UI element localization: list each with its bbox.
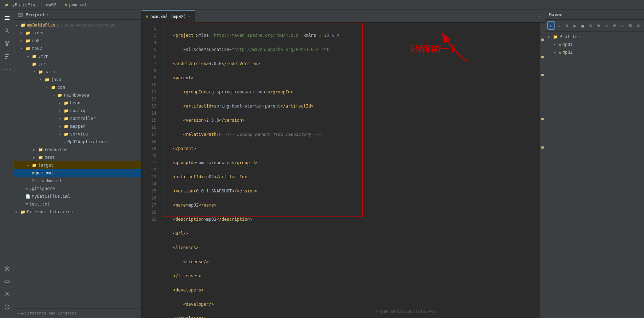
- label-controller: controller: [70, 116, 96, 121]
- tab-pom-xml[interactable]: m pom.xml (mp02) ×: [142, 10, 195, 23]
- maven-profiles-label: Profiles: [559, 34, 580, 39]
- maven-stop-button[interactable]: ■: [579, 21, 586, 30]
- git-icon[interactable]: [2, 276, 12, 287]
- code-line-9: <relativePath/> <!-- Lookup parent from …: [163, 131, 540, 138]
- tree-item-test[interactable]: ▶ 📁 test: [14, 154, 141, 161]
- tree-item-mp02[interactable]: ▾ 📁 mp02: [14, 45, 141, 52]
- maven-mp01-arrow: ▶: [554, 43, 559, 46]
- label-ext-libs: External Libraries: [27, 209, 73, 214]
- arrow-ext-libs: ▶: [16, 210, 21, 214]
- maven-run-button[interactable]: ▶: [571, 21, 578, 30]
- tree-item-config[interactable]: ▶ 📁 config: [14, 107, 141, 115]
- more-tools-icon[interactable]: ···: [2, 64, 12, 74]
- find-icon[interactable]: [2, 25, 12, 36]
- tree-item-ext-libs[interactable]: ▶ 📁 External Libraries: [14, 208, 141, 216]
- tree-item-myBatisPlus[interactable]: ▾ 📁 myBatisPlus E:\Java\MyBatis-Plus\myB…: [14, 21, 141, 29]
- tabs-more-button[interactable]: ⋮: [534, 13, 545, 19]
- tree-item-idea[interactable]: ▶ 📁 .idea: [14, 29, 141, 37]
- settings-icon[interactable]: [2, 289, 12, 300]
- maven-search-button[interactable]: ⊙: [611, 21, 618, 30]
- maven-sort-button[interactable]: ⇅: [619, 21, 626, 30]
- folder-icon-main: 📁: [38, 70, 43, 74]
- tree-item-readme[interactable]: M↓ readme.md: [14, 177, 141, 185]
- svg-rect-2: [5, 19, 10, 20]
- folder-icon-myBatisPlus: 📁: [21, 23, 26, 28]
- code-line-7: <artifactId>spring-boot-starter-parent</…: [163, 103, 540, 110]
- tree-item-target[interactable]: ▶ 📁 target: [14, 161, 141, 169]
- arrow-bean: ▶: [59, 101, 64, 105]
- svg-rect-1: [5, 18, 10, 18]
- maven-mp02[interactable]: ▶ m mp02: [545, 48, 644, 56]
- maven-cancel-button[interactable]: ⊗: [595, 21, 602, 30]
- arrow-main: ▾: [33, 70, 38, 74]
- svg-line-4: [7, 31, 9, 33]
- project-icon[interactable]: [2, 13, 12, 23]
- svg-rect-18: [18, 13, 22, 17]
- code-line-22: </developers>: [163, 315, 540, 318]
- code-editor[interactable]: <project xmlns="http://maven.apache.org/…: [159, 23, 540, 318]
- label-mp02app: Mp02Application: [68, 139, 106, 144]
- code-line-15: <description>mp02</description>: [163, 216, 540, 223]
- tree-item-com[interactable]: ▾ 📁 com: [14, 83, 141, 91]
- arrow-resources: ▶: [33, 148, 38, 151]
- maven-skip-button[interactable]: ⊘: [587, 21, 594, 30]
- folder-icon-mapper: 📁: [64, 124, 69, 129]
- tree-item-controller[interactable]: ▶ 📁 controller: [14, 115, 141, 122]
- label-src: src: [38, 62, 46, 67]
- folder-icon-mp01: 📁: [25, 39, 30, 43]
- arrow-config: ▶: [59, 109, 64, 112]
- maven-mp01[interactable]: ▶ m mp01: [545, 41, 644, 48]
- tree-item-service[interactable]: ▶ 📁 service: [14, 130, 141, 138]
- help-icon[interactable]: ?: [2, 302, 12, 312]
- maven-mp02-arrow: ▶: [554, 51, 559, 54]
- editor-scrollbar[interactable]: [540, 23, 545, 318]
- tree-item-mvn[interactable]: ▶ 📁 .mvn: [14, 52, 141, 60]
- maven-mp01-icon: m: [559, 42, 561, 47]
- folder-icon-src: 📁: [32, 62, 37, 67]
- maven-expand-button[interactable]: ⊞: [627, 21, 634, 30]
- scratches-consoles[interactable]: ▶ ≡ Scratches and Consoles: [14, 308, 141, 318]
- label-mp01: mp01: [32, 38, 42, 43]
- tree-item-pom-xml[interactable]: m pom.xml: [14, 169, 141, 177]
- title-file: pom.xml: [69, 2, 87, 7]
- tree-item-test-txt[interactable]: ≡ test.txt: [14, 200, 141, 208]
- maven-settings-button[interactable]: ⚙: [635, 21, 642, 30]
- tree-item-resources[interactable]: ▶ 📁 resources: [14, 146, 141, 154]
- maven-mp01-label: mp01: [563, 42, 573, 47]
- svg-rect-10: [5, 54, 9, 55]
- tree-item-src[interactable]: ▾ 📁 src: [14, 60, 141, 68]
- folder-icon-service: 📁: [64, 132, 69, 137]
- label-pom-xml: pom.xml: [36, 170, 54, 175]
- maven-add-button[interactable]: ⊕: [563, 21, 570, 30]
- svg-point-7: [6, 44, 8, 46]
- tree-item-mp01[interactable]: ▶ 📁 mp01: [14, 37, 141, 45]
- tree-item-mapper[interactable]: ▶ 📁 mapper: [14, 122, 141, 130]
- tree-item-java[interactable]: ▾ 📁 java: [14, 76, 141, 83]
- code-line-21: <developer/>: [163, 301, 540, 308]
- md-icon-readme: M↓: [32, 179, 36, 183]
- maven-profiles[interactable]: ▶ 📁 Profiles: [545, 33, 644, 41]
- arrow-rainbowsea: ▾: [52, 93, 57, 97]
- tree-item-bean[interactable]: ▶ 📁 bean: [14, 99, 141, 107]
- label-gitignore: .gitignore: [29, 186, 55, 191]
- arrow-target: ▶: [27, 163, 32, 167]
- maven-header: Maven: [545, 10, 644, 20]
- run-icon[interactable]: [2, 264, 12, 274]
- code-line-10: </parent>: [163, 145, 540, 152]
- maven-refresh-button[interactable]: ↻: [547, 21, 555, 30]
- tab-close-btn[interactable]: ×: [188, 15, 190, 18]
- label-iml: myBatisPlus.iml: [32, 194, 70, 199]
- tree-item-rainbowsea[interactable]: ▾ 📁 rainbowsea: [14, 91, 141, 99]
- maven-download-button[interactable]: ↓: [556, 21, 563, 30]
- title-sep1: ›: [41, 2, 43, 7]
- tree-item-main[interactable]: ▾ 📁 main: [14, 68, 141, 76]
- vcs-icon[interactable]: [2, 38, 12, 49]
- label-mp02: mp02: [32, 46, 42, 51]
- maven-close-button[interactable]: ✕: [603, 21, 610, 30]
- code-line-20: <developers>: [163, 287, 540, 294]
- structure-icon[interactable]: [2, 51, 12, 62]
- tree-item-iml[interactable]: 📄 myBatisPlus.iml: [14, 192, 141, 200]
- tree-item-mp02app[interactable]: ☕ Mp02Application d: [14, 138, 141, 146]
- tree-item-gitignore[interactable]: ⊘ .gitignore: [14, 185, 141, 192]
- folder-icon-mvn: 📁: [32, 54, 37, 59]
